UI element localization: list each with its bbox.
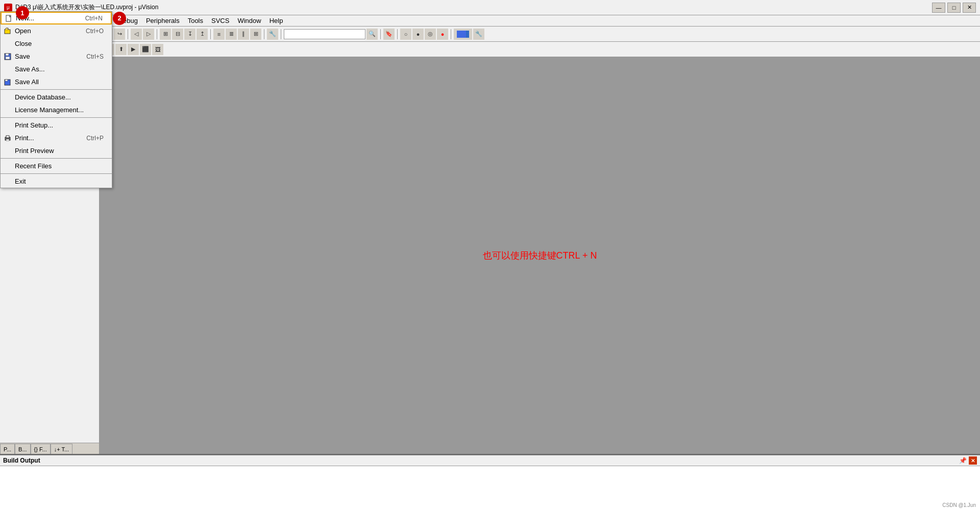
toolbar-build-icon[interactable]: 🔧 xyxy=(267,29,278,40)
target-upload[interactable]: ⬆ xyxy=(115,44,127,55)
menu-window[interactable]: Window xyxy=(233,15,265,26)
menu-file-license[interactable]: License Management... xyxy=(1,104,112,116)
close-button[interactable]: ✕ xyxy=(963,3,976,13)
toolbar-sep-5 xyxy=(157,29,157,39)
svg-rect-18 xyxy=(466,31,469,38)
saveall-label: Save All xyxy=(15,78,39,86)
toolbar-btn6[interactable]: ≣ xyxy=(226,29,237,40)
menu-file-saveall[interactable]: Save All xyxy=(1,75,112,88)
toolbar-btn7[interactable]: ∥ xyxy=(238,29,249,40)
svg-rect-8 xyxy=(6,136,9,138)
menu-file-saveas[interactable]: Save As... xyxy=(1,63,112,75)
svg-rect-9 xyxy=(6,139,9,141)
svg-rect-4 xyxy=(6,57,10,59)
svg-rect-3 xyxy=(6,54,9,56)
target-stop[interactable]: ⬛ xyxy=(140,44,151,55)
menu-file-recentfiles[interactable]: Recent Files xyxy=(1,160,112,172)
build-output-title: Build Output xyxy=(3,457,40,464)
toolbar-display[interactable] xyxy=(454,29,472,40)
toolbar-sep-9 xyxy=(380,29,381,39)
menu-svcs[interactable]: SVCS xyxy=(207,15,233,26)
toolbar-sep-4 xyxy=(128,29,128,39)
menu-help[interactable]: Help xyxy=(265,15,287,26)
separator-1 xyxy=(1,89,112,90)
open-icon xyxy=(4,27,12,35)
toolbar-nav-back[interactable]: ◁ xyxy=(131,29,142,40)
open-shortcut: Ctrl+O xyxy=(86,28,104,35)
print-icon xyxy=(4,134,12,142)
editor-hint: 也可以使用快捷键CTRL + N xyxy=(483,249,597,262)
editor-area: 也可以使用快捷键CTRL + N xyxy=(100,57,980,454)
main-toolbar: ✂ ⎘ 📋 ↩ ↪ ◁ ▷ ⊞ ⊟ ↧ ↥ ≡ ≣ ∥ ⊞ 🔧 🔍 🔖 ○ ● … xyxy=(0,27,980,42)
new-shortcut: Ctrl+N xyxy=(85,15,103,22)
bottom-panel: Build Output 📌 ✕ CSDN @1.Jun xyxy=(0,454,980,510)
toolbar-ring[interactable]: ◎ xyxy=(425,29,436,40)
target-run[interactable]: ▶ xyxy=(128,44,139,55)
app-icon: μ xyxy=(4,4,12,12)
toolbar-bookmark[interactable]: 🔖 xyxy=(383,29,395,40)
toolbar-sep-8 xyxy=(281,29,281,39)
toolbar-btn2[interactable]: ⊟ xyxy=(172,29,183,40)
toolbar-btn8[interactable]: ⊞ xyxy=(250,29,261,40)
menu-file-printpreview[interactable]: Print Preview xyxy=(1,144,112,157)
build-pin-button[interactable]: 📌 xyxy=(959,456,967,465)
build-output-controls: 📌 ✕ xyxy=(959,456,977,465)
print-shortcut: Ctrl+P xyxy=(86,135,104,142)
file-menu-dropdown: New... Ctrl+N 2 Open Ctrl+O Close xyxy=(0,11,112,188)
target-img[interactable]: 🖼 xyxy=(152,44,163,55)
title-bar: μ D:\D3 μ\嵌入式系统开发\实验一\LED.uvproj - μVisi… xyxy=(0,0,980,15)
toolbar-settings[interactable]: 🔧 xyxy=(473,29,484,40)
menu-file-save[interactable]: Save Ctrl+S xyxy=(1,50,112,63)
open-label: Open xyxy=(15,27,31,35)
svg-rect-6 xyxy=(5,80,8,81)
sidebar-tab-functions[interactable]: {} F... xyxy=(31,444,51,454)
sidebar-tab-project[interactable]: P... xyxy=(0,444,15,454)
menu-file-exit[interactable]: Exit xyxy=(1,175,112,188)
saveas-label: Save As... xyxy=(15,65,45,73)
print-label: Print... xyxy=(15,134,34,142)
separator-2 xyxy=(1,117,112,118)
separator-3 xyxy=(1,158,112,159)
toolbar-circle[interactable]: ○ xyxy=(400,29,411,40)
menu-file-close[interactable]: Close xyxy=(1,37,112,50)
toolbar-btn5[interactable]: ≡ xyxy=(213,29,225,40)
toolbar-red-dot[interactable]: ● xyxy=(437,29,448,40)
toolbar-nav-forward[interactable]: ▷ xyxy=(143,29,154,40)
toolbar-redo[interactable]: ↪ xyxy=(114,29,125,40)
workspace: P... B... {} F... ↓+ T... 也可以使用快捷键CTRL +… xyxy=(0,57,980,454)
toolbar-dot[interactable]: ● xyxy=(412,29,424,40)
toolbar-sep-7 xyxy=(264,29,264,39)
toolbar-btn3[interactable]: ↧ xyxy=(184,29,195,40)
sidebar-tab-templates[interactable]: ↓+ T... xyxy=(51,444,72,454)
toolbar-sep-6 xyxy=(210,29,211,39)
annotation-2: 2 xyxy=(113,12,126,25)
recentfiles-label: Recent Files xyxy=(15,162,52,170)
build-close-button[interactable]: ✕ xyxy=(969,456,977,465)
separator-4 xyxy=(1,173,112,174)
toolbar-sep-10 xyxy=(397,29,398,39)
minimize-button[interactable]: — xyxy=(932,3,945,13)
menu-file-open[interactable]: Open Ctrl+O xyxy=(1,24,112,37)
license-label: License Management... xyxy=(15,106,84,114)
menu-tools[interactable]: Tools xyxy=(184,15,207,26)
watermark: CSDN @1.Jun xyxy=(942,502,976,508)
target-toolbar: Target 1 ▼ ⚙ 🏠 ⬇ ⬆ ▶ ⬛ 🖼 xyxy=(0,42,980,57)
toolbar-btn1[interactable]: ⊞ xyxy=(160,29,171,40)
save-label: Save xyxy=(15,53,30,60)
search-input[interactable] xyxy=(284,29,365,39)
save-shortcut: Ctrl+S xyxy=(86,53,104,60)
toolbar-search-icon[interactable]: 🔍 xyxy=(366,29,378,40)
close-label: Close xyxy=(15,40,32,47)
build-output-bar: Build Output 📌 ✕ xyxy=(0,455,980,466)
title-controls: — □ ✕ xyxy=(932,3,976,13)
new-icon xyxy=(5,14,13,22)
menu-peripherals[interactable]: Peripherals xyxy=(142,15,184,26)
printsetup-label: Print Setup... xyxy=(15,121,53,129)
toolbar-btn4[interactable]: ↥ xyxy=(197,29,208,40)
sidebar-tab-books[interactable]: B... xyxy=(15,444,31,454)
maximize-button[interactable]: □ xyxy=(947,3,961,13)
menu-file-printsetup[interactable]: Print Setup... xyxy=(1,119,112,132)
annotation-1: 1 xyxy=(16,6,29,19)
menu-file-print[interactable]: Print... Ctrl+P xyxy=(1,132,112,144)
menu-file-devicedb[interactable]: Device Database... xyxy=(1,91,112,104)
